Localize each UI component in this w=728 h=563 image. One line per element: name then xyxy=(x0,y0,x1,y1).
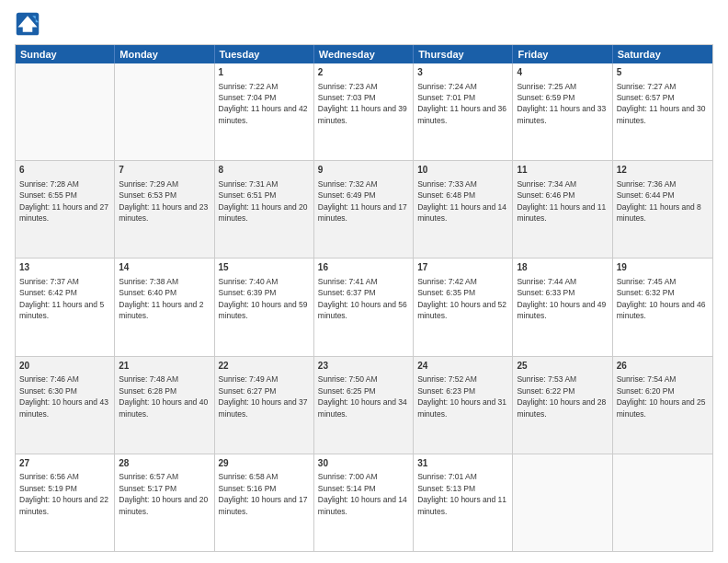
calendar-cell: 16Sunrise: 7:41 AM Sunset: 6:37 PM Dayli… xyxy=(314,259,414,355)
day-info: Sunrise: 7:54 AM Sunset: 6:20 PM Dayligh… xyxy=(617,374,706,418)
calendar-row: 1Sunrise: 7:22 AM Sunset: 7:04 PM Daylig… xyxy=(16,63,712,160)
calendar-cell: 23Sunrise: 7:50 AM Sunset: 6:25 PM Dayli… xyxy=(314,357,414,454)
calendar-header-cell: Monday xyxy=(115,45,214,63)
day-info: Sunrise: 7:23 AM Sunset: 7:03 PM Dayligh… xyxy=(318,82,407,125)
calendar: SundayMondayTuesdayWednesdayThursdayFrid… xyxy=(15,44,713,552)
day-info: Sunrise: 7:52 AM Sunset: 6:23 PM Dayligh… xyxy=(417,374,506,418)
day-number: 20 xyxy=(19,360,110,373)
day-number: 11 xyxy=(517,164,608,177)
calendar-header-cell: Tuesday xyxy=(215,45,314,63)
day-info: Sunrise: 7:24 AM Sunset: 7:01 PM Dayligh… xyxy=(417,82,506,125)
day-number: 2 xyxy=(318,66,409,79)
day-number: 6 xyxy=(19,164,110,177)
day-number: 9 xyxy=(318,164,409,177)
day-number: 22 xyxy=(219,360,310,373)
day-number: 7 xyxy=(119,164,210,177)
day-info: Sunrise: 7:53 AM Sunset: 6:22 PM Dayligh… xyxy=(517,374,606,418)
day-info: Sunrise: 7:38 AM Sunset: 6:40 PM Dayligh… xyxy=(119,277,203,320)
calendar-cell: 21Sunrise: 7:48 AM Sunset: 6:28 PM Dayli… xyxy=(115,357,214,454)
day-info: Sunrise: 7:31 AM Sunset: 6:51 PM Dayligh… xyxy=(219,179,308,223)
day-info: Sunrise: 7:22 AM Sunset: 7:04 PM Dayligh… xyxy=(219,82,308,125)
calendar-cell xyxy=(115,63,214,160)
calendar-page: SundayMondayTuesdayWednesdayThursdayFrid… xyxy=(0,0,728,563)
calendar-header-row: SundayMondayTuesdayWednesdayThursdayFrid… xyxy=(16,45,712,63)
day-number: 27 xyxy=(19,457,110,470)
day-number: 12 xyxy=(617,164,709,177)
day-number: 14 xyxy=(119,261,210,274)
day-number: 13 xyxy=(19,261,110,274)
day-number: 25 xyxy=(517,360,608,373)
calendar-header-cell: Friday xyxy=(513,45,612,63)
day-info: Sunrise: 6:57 AM Sunset: 5:17 PM Dayligh… xyxy=(119,472,208,515)
day-info: Sunrise: 7:32 AM Sunset: 6:49 PM Dayligh… xyxy=(318,179,407,223)
day-number: 24 xyxy=(417,360,508,373)
logo-icon xyxy=(15,11,40,37)
calendar-header-cell: Wednesday xyxy=(314,45,414,63)
calendar-cell: 9Sunrise: 7:32 AM Sunset: 6:49 PM Daylig… xyxy=(314,161,414,258)
day-number: 16 xyxy=(318,261,409,274)
day-number: 3 xyxy=(417,66,508,79)
day-info: Sunrise: 7:41 AM Sunset: 6:37 PM Dayligh… xyxy=(318,277,407,320)
calendar-cell: 26Sunrise: 7:54 AM Sunset: 6:20 PM Dayli… xyxy=(613,357,712,454)
calendar-cell: 14Sunrise: 7:38 AM Sunset: 6:40 PM Dayli… xyxy=(115,259,214,355)
logo xyxy=(15,11,44,37)
calendar-cell: 29Sunrise: 6:58 AM Sunset: 5:16 PM Dayli… xyxy=(215,454,314,551)
day-info: Sunrise: 7:00 AM Sunset: 5:14 PM Dayligh… xyxy=(318,472,407,515)
day-number: 8 xyxy=(219,164,310,177)
calendar-cell: 30Sunrise: 7:00 AM Sunset: 5:14 PM Dayli… xyxy=(314,454,414,551)
calendar-cell: 7Sunrise: 7:29 AM Sunset: 6:53 PM Daylig… xyxy=(115,161,214,258)
calendar-cell: 28Sunrise: 6:57 AM Sunset: 5:17 PM Dayli… xyxy=(115,454,214,551)
calendar-row: 27Sunrise: 6:56 AM Sunset: 5:19 PM Dayli… xyxy=(16,454,712,551)
day-info: Sunrise: 7:45 AM Sunset: 6:32 PM Dayligh… xyxy=(617,277,706,320)
day-info: Sunrise: 7:36 AM Sunset: 6:44 PM Dayligh… xyxy=(617,179,701,223)
calendar-cell: 19Sunrise: 7:45 AM Sunset: 6:32 PM Dayli… xyxy=(613,259,712,355)
calendar-cell: 27Sunrise: 6:56 AM Sunset: 5:19 PM Dayli… xyxy=(16,454,115,551)
calendar-cell: 20Sunrise: 7:46 AM Sunset: 6:30 PM Dayli… xyxy=(16,357,115,454)
calendar-cell xyxy=(16,63,115,160)
calendar-cell: 3Sunrise: 7:24 AM Sunset: 7:01 PM Daylig… xyxy=(414,63,513,160)
day-info: Sunrise: 6:56 AM Sunset: 5:19 PM Dayligh… xyxy=(19,472,108,515)
day-number: 19 xyxy=(617,261,709,274)
day-number: 29 xyxy=(219,457,310,470)
calendar-cell: 31Sunrise: 7:01 AM Sunset: 5:13 PM Dayli… xyxy=(414,454,513,551)
day-info: Sunrise: 7:33 AM Sunset: 6:48 PM Dayligh… xyxy=(417,179,506,223)
day-info: Sunrise: 7:37 AM Sunset: 6:42 PM Dayligh… xyxy=(19,277,104,320)
day-number: 30 xyxy=(318,457,409,470)
calendar-cell: 10Sunrise: 7:33 AM Sunset: 6:48 PM Dayli… xyxy=(414,161,513,258)
day-number: 18 xyxy=(517,261,608,274)
calendar-cell: 17Sunrise: 7:42 AM Sunset: 6:35 PM Dayli… xyxy=(414,259,513,355)
day-number: 23 xyxy=(318,360,409,373)
day-info: Sunrise: 6:58 AM Sunset: 5:16 PM Dayligh… xyxy=(219,472,308,515)
calendar-cell: 24Sunrise: 7:52 AM Sunset: 6:23 PM Dayli… xyxy=(414,357,513,454)
calendar-header-cell: Saturday xyxy=(613,45,712,63)
calendar-row: 20Sunrise: 7:46 AM Sunset: 6:30 PM Dayli… xyxy=(16,356,712,454)
day-number: 15 xyxy=(219,261,310,274)
calendar-cell: 11Sunrise: 7:34 AM Sunset: 6:46 PM Dayli… xyxy=(513,161,612,258)
day-info: Sunrise: 7:50 AM Sunset: 6:25 PM Dayligh… xyxy=(318,374,407,418)
calendar-header-cell: Thursday xyxy=(414,45,513,63)
day-info: Sunrise: 7:46 AM Sunset: 6:30 PM Dayligh… xyxy=(19,374,108,418)
calendar-cell: 8Sunrise: 7:31 AM Sunset: 6:51 PM Daylig… xyxy=(215,161,314,258)
day-number: 4 xyxy=(517,66,608,79)
day-info: Sunrise: 7:48 AM Sunset: 6:28 PM Dayligh… xyxy=(119,374,208,418)
calendar-body: 1Sunrise: 7:22 AM Sunset: 7:04 PM Daylig… xyxy=(16,63,712,551)
day-info: Sunrise: 7:28 AM Sunset: 6:55 PM Dayligh… xyxy=(19,179,108,223)
calendar-cell: 6Sunrise: 7:28 AM Sunset: 6:55 PM Daylig… xyxy=(16,161,115,258)
day-info: Sunrise: 7:27 AM Sunset: 6:57 PM Dayligh… xyxy=(617,82,706,125)
calendar-cell xyxy=(513,454,612,551)
day-info: Sunrise: 7:44 AM Sunset: 6:33 PM Dayligh… xyxy=(517,277,606,320)
calendar-row: 6Sunrise: 7:28 AM Sunset: 6:55 PM Daylig… xyxy=(16,160,712,258)
calendar-cell: 18Sunrise: 7:44 AM Sunset: 6:33 PM Dayli… xyxy=(513,259,612,355)
calendar-cell: 22Sunrise: 7:49 AM Sunset: 6:27 PM Dayli… xyxy=(215,357,314,454)
calendar-row: 13Sunrise: 7:37 AM Sunset: 6:42 PM Dayli… xyxy=(16,258,712,355)
header xyxy=(15,11,713,37)
calendar-cell: 13Sunrise: 7:37 AM Sunset: 6:42 PM Dayli… xyxy=(16,259,115,355)
day-number: 1 xyxy=(219,66,310,79)
calendar-cell: 1Sunrise: 7:22 AM Sunset: 7:04 PM Daylig… xyxy=(215,63,314,160)
calendar-cell: 25Sunrise: 7:53 AM Sunset: 6:22 PM Dayli… xyxy=(513,357,612,454)
calendar-cell: 15Sunrise: 7:40 AM Sunset: 6:39 PM Dayli… xyxy=(215,259,314,355)
calendar-cell: 4Sunrise: 7:25 AM Sunset: 6:59 PM Daylig… xyxy=(513,63,612,160)
day-info: Sunrise: 7:49 AM Sunset: 6:27 PM Dayligh… xyxy=(219,374,308,418)
day-info: Sunrise: 7:01 AM Sunset: 5:13 PM Dayligh… xyxy=(417,472,506,515)
day-number: 31 xyxy=(417,457,508,470)
